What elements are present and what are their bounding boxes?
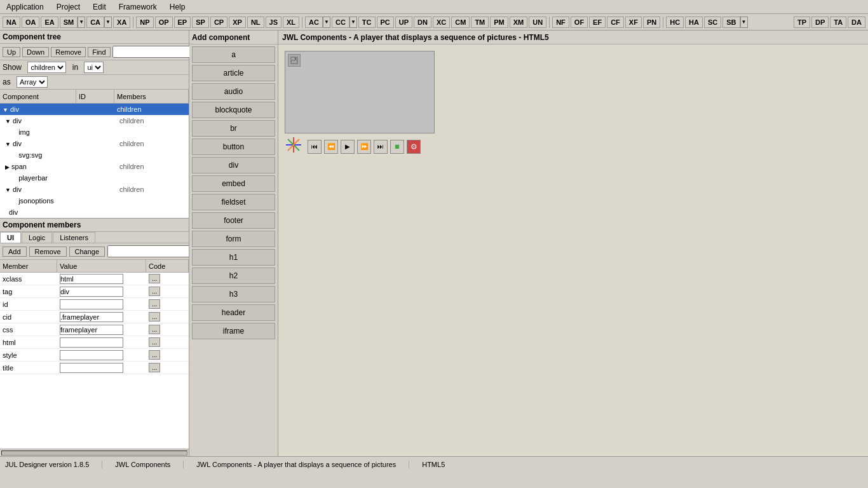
btn-XL[interactable]: XL (283, 17, 299, 28)
member-value-input[interactable] (60, 274, 123, 284)
btn-PC[interactable]: PC (377, 17, 394, 28)
menu-help[interactable]: Help (166, 1, 189, 13)
add-comp-blockquote[interactable]: blockquote (192, 102, 275, 118)
add-comp-h3[interactable]: h3 (192, 286, 275, 302)
player-play-btn[interactable]: ▶ (341, 140, 355, 154)
member-dots-btn[interactable]: ... (149, 287, 160, 296)
members-add-btn[interactable]: Add (3, 247, 27, 257)
btn-TM[interactable]: TM (471, 17, 489, 28)
member-dots-btn[interactable]: ... (149, 299, 160, 309)
btn-NF[interactable]: NF (552, 17, 569, 28)
members-input[interactable] (107, 245, 189, 257)
btn-CP[interactable]: CP (210, 17, 227, 28)
member-value-input[interactable] (60, 350, 123, 360)
menu-framework[interactable]: Framework (115, 1, 161, 13)
btn-XF[interactable]: XF (625, 17, 642, 28)
tree-row[interactable]: svg:svg (0, 149, 189, 161)
btn-PM[interactable]: PM (490, 17, 508, 28)
member-value-input[interactable] (60, 312, 123, 322)
tree-up-btn[interactable]: Up (3, 47, 20, 57)
show-select[interactable]: children (27, 62, 66, 73)
btn-DA[interactable]: DA (848, 17, 865, 28)
btn-CF[interactable]: CF (607, 17, 624, 28)
add-comp-iframe[interactable]: iframe (192, 323, 275, 339)
tree-row[interactable]: jsonoptions (0, 195, 189, 207)
menu-edit[interactable]: Edit (89, 1, 110, 13)
btn-TC[interactable]: TC (358, 17, 376, 28)
btn-DP[interactable]: DP (811, 17, 829, 28)
tree-row[interactable]: ▼ div children (0, 184, 189, 195)
add-comp-br[interactable]: br (192, 120, 275, 137)
btn-NA[interactable]: NA (3, 17, 20, 28)
btn-SP[interactable]: SP (192, 17, 209, 28)
player-prev-btn[interactable]: ⏪ (324, 140, 338, 154)
btn-EP[interactable]: EP (174, 17, 191, 28)
btn-TP[interactable]: TP (794, 17, 810, 28)
as-select[interactable]: Array (17, 76, 48, 88)
player-settings-btn[interactable]: ⚙ (407, 140, 421, 154)
tree-row[interactable]: ▼ div children (0, 138, 189, 149)
tab-listeners[interactable]: Listeners (53, 232, 95, 243)
member-value-input[interactable] (60, 325, 123, 335)
btn-CC[interactable]: CC (332, 17, 349, 28)
tree-row[interactable]: ▶ span children (0, 161, 189, 172)
add-comp-h1[interactable]: h1 (192, 249, 275, 266)
members-hscroll[interactable] (0, 449, 189, 456)
hscroll-track[interactable] (1, 451, 187, 456)
member-value-input[interactable] (60, 287, 123, 297)
tree-find-btn[interactable]: Find (88, 47, 110, 57)
btn-SM[interactable]: SM (60, 17, 78, 28)
add-comp-fieldset[interactable]: fieldset (192, 194, 275, 210)
member-dots-btn[interactable]: ... (149, 350, 160, 360)
add-comp-h2[interactable]: h2 (192, 268, 275, 284)
btn-CA[interactable]: CA (86, 17, 104, 28)
btn-EA[interactable]: EA (41, 17, 58, 28)
menu-application[interactable]: Application (3, 1, 48, 13)
add-comp-embed[interactable]: embed (192, 175, 275, 192)
add-comp-div[interactable]: div (192, 157, 275, 173)
btn-SB[interactable]: SB (722, 17, 740, 28)
tab-logic[interactable]: Logic (22, 232, 52, 243)
members-remove-btn[interactable]: Remove (29, 247, 67, 257)
add-comp-form[interactable]: form (192, 231, 275, 247)
btn-EF[interactable]: EF (589, 17, 606, 28)
btn-XA[interactable]: XA (113, 17, 130, 28)
btn-HA[interactable]: HA (685, 17, 703, 28)
btn-DN[interactable]: DN (414, 17, 431, 28)
btn-UN[interactable]: UN (529, 17, 546, 28)
tree-row[interactable]: playerbar (0, 172, 189, 184)
tree-row[interactable]: ▼ div children (0, 104, 189, 115)
player-skip-end-btn[interactable]: ⏭ (374, 140, 388, 154)
member-value-input[interactable] (60, 363, 123, 373)
tree-row[interactable]: img (0, 126, 189, 138)
player-stop-btn[interactable]: ⏹ (390, 140, 404, 154)
member-dots-btn[interactable]: ... (149, 337, 160, 347)
tree-row[interactable]: ▼ div children (0, 115, 189, 126)
btn-CC-arrow[interactable]: ▼ (349, 17, 357, 28)
member-dots-btn[interactable]: ... (149, 363, 160, 372)
add-comp-header[interactable]: header (192, 304, 275, 321)
btn-AC[interactable]: AC (305, 17, 323, 28)
tree-content[interactable]: ▼ div children ▼ div children img (0, 104, 189, 218)
add-comp-footer[interactable]: footer (192, 212, 275, 229)
member-value-input[interactable] (60, 299, 123, 309)
add-comp-article[interactable]: article (192, 65, 275, 81)
btn-SB-arrow[interactable]: ▼ (740, 17, 748, 28)
player-next-btn[interactable]: ⏩ (357, 140, 371, 154)
btn-HC[interactable]: HC (666, 17, 684, 28)
btn-NL[interactable]: NL (247, 17, 264, 28)
tree-down-btn[interactable]: Down (22, 47, 49, 57)
members-change-btn[interactable]: Change (69, 247, 105, 257)
btn-SM-arrow[interactable]: ▼ (78, 17, 85, 28)
add-comp-button[interactable]: button (192, 139, 275, 155)
member-value-input[interactable] (60, 337, 123, 348)
btn-XC[interactable]: XC (433, 17, 450, 28)
member-dots-btn[interactable]: ... (149, 274, 160, 283)
btn-CA-arrow[interactable]: ▼ (104, 17, 112, 28)
member-dots-btn[interactable]: ... (149, 325, 160, 334)
btn-XP[interactable]: XP (229, 17, 246, 28)
btn-NP[interactable]: NP (136, 17, 153, 28)
tree-remove-btn[interactable]: Remove (51, 47, 86, 57)
menu-project[interactable]: Project (53, 1, 84, 13)
in-select[interactable]: ui (84, 62, 104, 73)
